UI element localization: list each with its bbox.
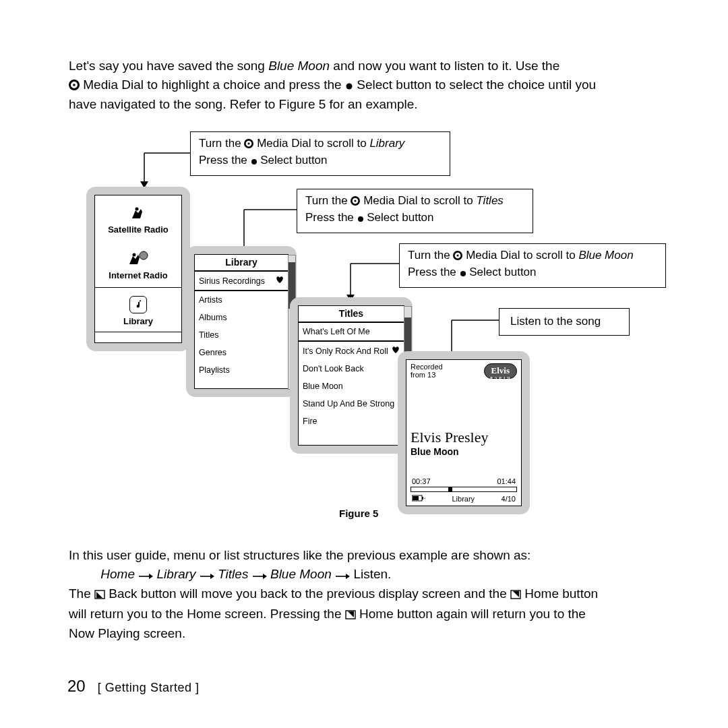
home-button-icon bbox=[345, 606, 356, 625]
progress-bar bbox=[411, 487, 517, 492]
arrow-right-icon bbox=[138, 566, 153, 585]
svg-marker-36 bbox=[263, 574, 267, 579]
svg-point-17 bbox=[460, 271, 466, 276]
time-total: 01:44 bbox=[497, 477, 516, 485]
home-button-icon bbox=[510, 586, 521, 605]
library-item-albums: Albums bbox=[195, 309, 288, 326]
figure-caption: Figure 5 bbox=[339, 508, 378, 519]
home-satellite-radio-item: Satellite Radio bbox=[95, 195, 181, 241]
svg-point-5 bbox=[251, 159, 257, 164]
media-dial-icon bbox=[351, 195, 360, 210]
svg-point-11 bbox=[358, 216, 363, 222]
callout-listen: Listen to the song bbox=[499, 308, 630, 336]
library-item-sirius-recordings: Sirius Recordings bbox=[195, 271, 288, 291]
callout-blue-moon: Turn the Media Dial to scroll to Blue Mo… bbox=[399, 243, 666, 288]
callout-library: Turn the Media Dial to scroll to Library… bbox=[190, 131, 450, 176]
recorded-from-label: Recorded from 13 bbox=[411, 363, 451, 379]
time-elapsed: 00:37 bbox=[412, 477, 431, 485]
battery-icon: + bbox=[412, 495, 425, 503]
titles-menu-header: Titles bbox=[299, 306, 404, 322]
media-dial-icon bbox=[244, 138, 253, 153]
library-menu-panel: Library Sirius Recordings Artists Albums… bbox=[186, 246, 297, 397]
svg-marker-38 bbox=[346, 574, 350, 579]
elvis-radio-logo: Elvis R A D I O bbox=[484, 363, 517, 379]
svg-marker-34 bbox=[210, 574, 214, 579]
svg-point-4 bbox=[248, 142, 250, 144]
back-button-icon bbox=[94, 586, 105, 605]
heart-icon bbox=[392, 346, 400, 356]
titles-item-its-only-rock: It's Only Rock And Roll bbox=[299, 342, 404, 360]
titles-item-fire: Fire bbox=[299, 413, 404, 430]
svg-marker-32 bbox=[149, 574, 153, 579]
select-button-icon bbox=[251, 154, 257, 170]
arrow-to-home-panel bbox=[140, 149, 194, 189]
satellite-dog-icon bbox=[128, 204, 148, 222]
library-item-genres: Genres bbox=[195, 344, 288, 361]
page-footer: 20 [ Getting Started ] bbox=[67, 677, 199, 696]
titles-item-blue-moon: Blue Moon bbox=[299, 377, 404, 395]
internet-dog-globe-icon bbox=[127, 249, 150, 268]
library-item-titles: Titles bbox=[195, 326, 288, 344]
music-note-icon bbox=[129, 296, 147, 313]
page-number: 20 bbox=[67, 677, 86, 695]
library-menu-header: Library bbox=[195, 255, 288, 270]
svg-point-16 bbox=[457, 254, 459, 256]
arrow-right-icon bbox=[252, 566, 267, 585]
svg-marker-42 bbox=[513, 591, 519, 597]
home-internet-radio-item: Internet Radio bbox=[95, 241, 181, 287]
titles-item-dont-look-back: Don't Look Back bbox=[299, 360, 404, 377]
select-button-icon bbox=[460, 266, 466, 282]
media-dial-icon bbox=[69, 77, 80, 96]
figure-5-diagram: Turn the Media Dial to scroll to Library… bbox=[67, 125, 661, 522]
svg-point-1 bbox=[73, 84, 75, 86]
home-library-item-selected: Library bbox=[95, 287, 181, 332]
titles-menu-panel: Titles What's Left Of Me It's Only Rock … bbox=[290, 297, 413, 454]
now-playing-artist: Elvis Presley bbox=[411, 429, 517, 446]
section-title: Getting Started bbox=[105, 681, 192, 694]
svg-text:+: + bbox=[424, 496, 425, 501]
svg-rect-29 bbox=[422, 497, 423, 499]
select-button-icon bbox=[345, 77, 353, 96]
svg-marker-44 bbox=[348, 611, 354, 617]
library-item-playlists: Playlists bbox=[195, 361, 288, 379]
now-playing-source: Library bbox=[452, 495, 475, 503]
titles-item-whats-left: What's Left Of Me bbox=[299, 322, 404, 341]
titles-item-stand-up: Stand Up And Be Strong bbox=[299, 395, 404, 413]
library-item-artists: Artists bbox=[195, 291, 288, 309]
track-index: 4/10 bbox=[502, 495, 516, 503]
select-button-icon bbox=[357, 212, 364, 227]
svg-rect-28 bbox=[413, 496, 419, 500]
svg-point-25 bbox=[133, 253, 136, 257]
now-playing-panel: Recorded from 13 Elvis R A D I O Elvis P… bbox=[398, 351, 530, 514]
svg-point-24 bbox=[135, 208, 139, 211]
svg-point-2 bbox=[346, 83, 352, 89]
svg-marker-40 bbox=[96, 592, 102, 598]
arrow-right-icon bbox=[200, 566, 214, 585]
arrow-right-icon bbox=[335, 566, 350, 585]
svg-point-26 bbox=[140, 251, 148, 260]
media-dial-icon bbox=[453, 249, 462, 265]
home-screen-panel: Satellite Radio Internet Radio Library bbox=[86, 187, 190, 351]
heart-icon bbox=[276, 276, 284, 286]
now-playing-song: Blue Moon bbox=[411, 446, 517, 457]
concluding-paragraph: In this user guide, menu or list structu… bbox=[69, 546, 662, 643]
svg-point-10 bbox=[355, 200, 357, 202]
intro-paragraph: Let's say you have saved the song Blue M… bbox=[69, 57, 662, 114]
callout-titles: Turn the Media Dial to scroll to Titles … bbox=[297, 189, 533, 233]
